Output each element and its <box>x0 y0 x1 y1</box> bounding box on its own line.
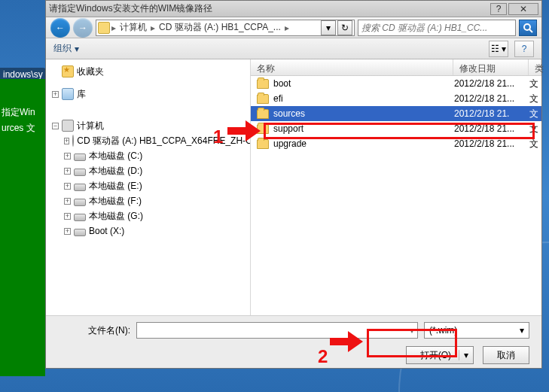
item-type: 文 <box>529 138 541 150</box>
tree-disk-f[interactable]: +本地磁盘 (F:) <box>49 193 247 208</box>
filename-input[interactable]: ▾ <box>136 322 418 339</box>
organize-menu[interactable]: 组织▾ <box>53 42 79 55</box>
col-date[interactable]: 修改日期 <box>453 59 529 75</box>
dialog-title: 请指定Windows安装文件的WIM镜像路径 <box>49 2 489 15</box>
list-item[interactable]: sources2012/2/18 21.文 <box>251 106 541 121</box>
item-name: sources <box>273 108 454 119</box>
search-box[interactable] <box>358 20 516 36</box>
item-date: 2012/2/18 21... <box>454 138 529 149</box>
search-input[interactable] <box>361 23 512 33</box>
file-list: 名称 修改日期 类 boot2012/2/18 21...文efi2012/2/… <box>251 59 541 315</box>
tree-disk-e[interactable]: +本地磁盘 (E:) <box>49 178 247 193</box>
nav-tree: 收藏夹 +库 −计算机 +CD 驱动器 (A:) HB1_CCPA_X64FRE… <box>46 59 251 315</box>
folder-icon <box>257 139 269 149</box>
back-button[interactable]: ← <box>50 18 70 38</box>
col-name[interactable]: 名称 <box>251 59 453 75</box>
tree-computer[interactable]: −计算机 <box>49 118 247 133</box>
nav-row: ← → ▸ 计算机 ▸ CD 驱动器 (A:) HB1_CCPA_... ▸ ▾… <box>46 17 541 38</box>
filter-combo[interactable]: (*.wim)▾ <box>424 322 529 339</box>
filename-label: 文件名(N): <box>58 324 130 337</box>
folder-icon <box>257 79 269 89</box>
folder-icon <box>257 109 269 119</box>
address-dropdown[interactable]: ▾ <box>321 20 336 35</box>
cancel-button[interactable]: 取消 <box>483 346 529 364</box>
title-bar: 请指定Windows安装文件的WIM镜像路径 ? ✕ <box>46 1 541 17</box>
col-type[interactable]: 类 <box>529 59 541 75</box>
item-type: 文 <box>529 77 541 90</box>
forward-button[interactable]: → <box>73 18 93 38</box>
item-date: 2012/2/18 21... <box>454 123 529 134</box>
address-bar[interactable]: ▸ 计算机 ▸ CD 驱动器 (A:) HB1_CCPA_... ▸ ▾ ↻ <box>96 20 355 36</box>
item-name: upgrade <box>273 138 454 149</box>
file-open-dialog: 请指定Windows安装文件的WIM镜像路径 ? ✕ ← → ▸ 计算机 ▸ C… <box>45 0 542 369</box>
bg-green-panel: 指定Win urces 文 <box>0 79 45 376</box>
help-button[interactable]: ? <box>490 3 507 15</box>
help-icon[interactable]: ? <box>514 41 534 57</box>
breadcrumb-drive[interactable]: CD 驱动器 (A:) HB1_CCPA_... <box>157 21 283 34</box>
breadcrumb-root[interactable]: 计算机 <box>117 21 149 34</box>
item-date: 2012/2/18 21... <box>454 78 529 89</box>
toolbar: 组织▾ ☷ ▾ ? <box>46 38 541 59</box>
tree-cd-drive[interactable]: +CD 驱动器 (A:) HB1_CCPA_X64FRE_ZH-CN_DV <box>49 133 247 148</box>
view-menu[interactable]: ☷ ▾ <box>489 41 508 57</box>
tree-libraries[interactable]: +库 <box>49 87 247 102</box>
item-type: 文 <box>529 123 541 135</box>
svg-line-1 <box>529 29 532 32</box>
drive-icon <box>98 22 110 34</box>
list-item[interactable]: efi2012/2/18 21...文 <box>251 91 541 106</box>
column-headers[interactable]: 名称 修改日期 类 <box>251 59 541 76</box>
tree-disk-c[interactable]: +本地磁盘 (C:) <box>49 148 247 163</box>
folder-icon <box>257 94 269 104</box>
item-date: 2012/2/18 21. <box>454 108 529 119</box>
item-name: boot <box>273 78 454 89</box>
list-item[interactable]: support2012/2/18 21...文 <box>251 121 541 136</box>
search-button[interactable] <box>519 20 537 36</box>
item-name: efi <box>273 93 454 104</box>
tree-boot-x[interactable]: +Boot (X:) <box>49 223 247 239</box>
tree-disk-g[interactable]: +本地磁盘 (G:) <box>49 208 247 223</box>
item-name: support <box>273 123 454 134</box>
folder-icon <box>257 124 269 134</box>
item-type: 文 <box>529 93 541 105</box>
tree-disk-d[interactable]: +本地磁盘 (D:) <box>49 163 247 178</box>
tree-favorites[interactable]: 收藏夹 <box>49 64 247 79</box>
bottom-panel: 文件名(N): ▾ (*.wim)▾ 打开(O)▾ 取消 <box>46 315 541 368</box>
item-type: 文 <box>529 108 541 120</box>
item-date: 2012/2/18 21... <box>454 93 529 104</box>
list-item[interactable]: upgrade2012/2/18 21...文 <box>251 136 541 151</box>
list-item[interactable]: boot2012/2/18 21...文 <box>251 76 541 91</box>
open-button[interactable]: 打开(O)▾ <box>406 346 474 364</box>
svg-point-0 <box>524 24 530 30</box>
refresh-button[interactable]: ↻ <box>337 20 352 35</box>
close-button[interactable]: ✕ <box>508 3 538 15</box>
